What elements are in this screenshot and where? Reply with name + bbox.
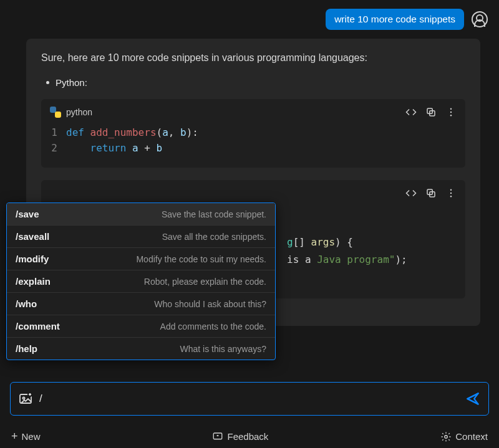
code-fragment-2: is a Java program"); xyxy=(278,251,465,274)
svg-point-7 xyxy=(450,189,452,191)
footer-bar: + New Feedback Context xyxy=(0,430,499,443)
slash-command-item[interactable]: /saveallSave all the code snippets. xyxy=(7,226,275,248)
svg-point-11 xyxy=(22,397,24,399)
slash-command-item[interactable]: /explainRobot, please explain the code. xyxy=(7,270,275,293)
more-icon[interactable] xyxy=(445,107,457,118)
feedback-button[interactable]: Feedback xyxy=(212,431,268,442)
insert-code-icon[interactable] xyxy=(405,107,417,118)
chat-input-text[interactable]: / xyxy=(39,393,458,405)
slash-command-item[interactable]: /commentAdd comments to the code. xyxy=(7,315,275,338)
attach-image-icon[interactable] xyxy=(18,391,33,406)
assistant-intro-text: Sure, here are 10 more code snippets in … xyxy=(41,52,465,64)
gear-icon xyxy=(440,431,452,442)
send-icon[interactable] xyxy=(465,391,481,407)
new-chat-button[interactable]: + New xyxy=(11,430,41,443)
slash-command-popup: /saveSave the last code snippet./saveall… xyxy=(6,203,276,360)
code-language-text: python xyxy=(66,107,92,117)
copy-icon[interactable] xyxy=(425,107,437,118)
svg-point-8 xyxy=(450,193,452,194)
svg-point-14 xyxy=(445,435,448,438)
slash-command-item[interactable]: /helpWhat is this anyways? xyxy=(7,338,275,360)
python-logo-icon xyxy=(50,107,61,118)
svg-point-4 xyxy=(450,115,452,116)
bullet-label: Python: xyxy=(56,77,87,88)
slash-command-item[interactable]: /whoWho should I ask about this? xyxy=(7,293,275,315)
feedback-label: Feedback xyxy=(227,431,268,442)
chat-input[interactable]: / xyxy=(10,382,489,416)
svg-point-3 xyxy=(450,112,452,113)
context-button[interactable]: Context xyxy=(440,431,488,442)
list-item: Python: xyxy=(46,77,465,88)
insert-code-icon[interactable] xyxy=(405,188,417,199)
more-icon[interactable] xyxy=(445,188,457,199)
svg-point-2 xyxy=(450,108,452,110)
slash-command-item[interactable]: /saveSave the last code snippet. xyxy=(7,203,275,226)
avatar-icon[interactable] xyxy=(472,11,488,27)
context-label: Context xyxy=(455,431,488,442)
feedback-icon xyxy=(212,431,223,442)
slash-command-item[interactable]: /modifyModify the code to suit my needs. xyxy=(7,248,275,270)
plus-icon: + xyxy=(11,430,18,443)
new-label: New xyxy=(22,431,41,442)
bullet-icon xyxy=(46,81,49,84)
code-language-label: python xyxy=(50,107,92,118)
copy-icon[interactable] xyxy=(425,188,437,199)
svg-point-9 xyxy=(450,196,452,197)
code-content: 1def add_numbers(a, b):2 return a + b xyxy=(41,123,465,165)
user-message-bubble: write 10 more code snippets xyxy=(326,9,464,30)
code-block-python: python 1def add_numbers(a, b):2 return a… xyxy=(41,99,465,168)
